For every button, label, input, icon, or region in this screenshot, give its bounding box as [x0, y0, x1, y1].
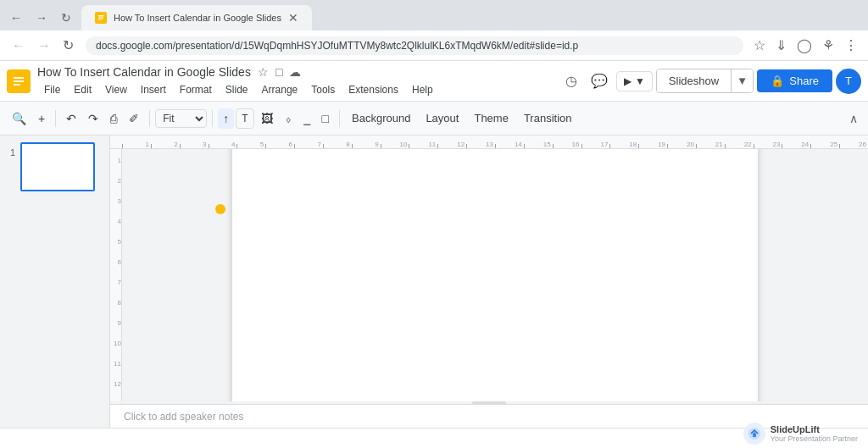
- app-title: How To Insert Calendar in Google Slides: [37, 65, 251, 79]
- nav-forward-button[interactable]: →: [32, 35, 56, 57]
- url-input[interactable]: [86, 36, 743, 55]
- ruler-v-mark: 9: [118, 313, 121, 334]
- ruler-mark: 8: [323, 141, 352, 148]
- separator-4: [339, 110, 340, 127]
- ruler-v-mark: 7: [118, 273, 121, 293]
- video-button[interactable]: ▶ ▼: [616, 71, 653, 91]
- nav-back-button[interactable]: ←: [7, 35, 31, 57]
- slideshow-main-button[interactable]: Slideshow: [657, 69, 731, 92]
- back-button[interactable]: ←: [7, 8, 25, 28]
- tab-close-button[interactable]: ✕: [288, 11, 298, 25]
- paint-format-button[interactable]: ✐: [124, 108, 144, 129]
- menu-insert[interactable]: Insert: [134, 80, 173, 99]
- ruler-mark: 22: [725, 141, 754, 148]
- ruler-mark: 25: [810, 141, 839, 148]
- slides-panel: 1: [0, 136, 110, 428]
- ruler-mark: 13: [466, 141, 495, 148]
- address-bar: ← → ↻ ☆ ⇓ ◯ ⚘ ⋮: [0, 30, 868, 61]
- image-button[interactable]: 🖼: [256, 108, 278, 129]
- ruler-mark: 17: [581, 141, 610, 148]
- forward-button[interactable]: →: [32, 8, 51, 28]
- cursor-tool-button[interactable]: ↑: [218, 108, 234, 129]
- watermark-logo: [743, 423, 765, 445]
- share-button[interactable]: 🔒 Share: [757, 69, 832, 92]
- ruler-mark: 12: [437, 141, 466, 148]
- slide-canvas[interactable]: [232, 149, 758, 401]
- shapes-button[interactable]: ⬨: [280, 108, 297, 129]
- ruler-mark: 1: [122, 141, 151, 148]
- slideshow-dropdown-button[interactable]: ▼: [731, 69, 753, 92]
- ruler-v-mark: 5: [118, 232, 121, 252]
- shapes-gallery-button[interactable]: □: [317, 108, 334, 129]
- ruler-v-mark: 2: [118, 171, 121, 191]
- ruler-mark: 5: [236, 141, 265, 148]
- ruler-v-mark: 12: [114, 374, 121, 395]
- menu-file[interactable]: File: [37, 80, 67, 99]
- editor-body: 1 2 3 4 5 6 7 8 9 10 11 12 13 14: [110, 149, 868, 401]
- separator-2: [149, 110, 150, 127]
- toolbar-end: ∧: [846, 108, 861, 129]
- slide-thumbnail-row-1: 1: [3, 142, 106, 191]
- nav-refresh-button[interactable]: ↻: [58, 34, 79, 57]
- profile-button[interactable]: ◯: [793, 34, 815, 57]
- user-avatar[interactable]: T: [836, 69, 861, 94]
- svg-rect-2: [98, 18, 103, 19]
- extensions-button[interactable]: ⚘: [819, 34, 837, 57]
- redo-button[interactable]: ↷: [83, 108, 103, 129]
- star-button[interactable]: ☆: [256, 64, 270, 80]
- transition-button[interactable]: Transition: [517, 108, 579, 128]
- toolbar: 🔍 + ↶ ↷ ⎙ ✐ Fit 50% 75% 100% 150% ↑ T 🖼 …: [0, 102, 868, 136]
- menu-arrange[interactable]: Arrange: [255, 80, 305, 99]
- text-box-button[interactable]: T: [236, 108, 253, 129]
- undo-button[interactable]: ↶: [61, 108, 81, 129]
- menu-slide[interactable]: Slide: [219, 80, 255, 99]
- theme-button[interactable]: Theme: [467, 108, 515, 128]
- video-dropdown-icon: ▼: [635, 75, 645, 87]
- refresh-button[interactable]: ↻: [58, 8, 75, 28]
- ruler-vertical: 1 2 3 4 5 6 7 8 9 10 11 12 13 14: [110, 149, 122, 401]
- layout-button[interactable]: Layout: [419, 108, 465, 128]
- ruler-v-mark: 13: [114, 395, 121, 401]
- notes-placeholder: Click to add speaker notes: [124, 411, 243, 423]
- menu-help[interactable]: Help: [405, 80, 440, 99]
- slideshow-button-group: Slideshow ▼: [656, 69, 754, 93]
- bookmark-button[interactable]: ☆: [750, 34, 769, 57]
- add-to-drive-button[interactable]: □: [274, 64, 284, 80]
- print-button[interactable]: ⎙: [105, 108, 122, 129]
- zoom-select[interactable]: Fit 50% 75% 100% 150%: [155, 109, 207, 128]
- menu-button[interactable]: ⋮: [841, 34, 861, 57]
- ruler-mark: 4: [209, 141, 237, 148]
- user-initial: T: [845, 75, 852, 87]
- tab-favicon: [95, 12, 107, 24]
- background-button[interactable]: Background: [345, 108, 417, 128]
- video-icon: ▶: [624, 75, 632, 87]
- cloud-status-button[interactable]: ☁: [287, 64, 303, 80]
- status-bar: SlideUpLift Your Presentation Partner: [0, 428, 868, 448]
- ruler-mark: 18: [609, 141, 638, 148]
- tab-bar: ← → ↻ How To Insert Calendar in Google S…: [0, 0, 868, 30]
- menu-view[interactable]: View: [98, 80, 134, 99]
- svg-rect-3: [98, 19, 102, 20]
- menu-extensions[interactable]: Extensions: [342, 80, 405, 99]
- menu-edit[interactable]: Edit: [67, 80, 98, 99]
- ruler-v-mark: 3: [118, 191, 121, 212]
- line-button[interactable]: ⎯: [298, 108, 315, 129]
- search-button[interactable]: 🔍: [7, 108, 31, 129]
- editor-area: 1 2 3 4 5 6 7 8 9 10 11 12 13 14 15 16 1: [110, 136, 868, 428]
- nav-buttons: ← → ↻: [7, 34, 79, 57]
- canvas-area[interactable]: [122, 149, 868, 401]
- history-button[interactable]: ◷: [560, 68, 582, 94]
- zoom-in-button[interactable]: +: [33, 108, 50, 129]
- ruler-mark: 19: [638, 141, 667, 148]
- comment-button[interactable]: 💬: [586, 68, 613, 94]
- ruler-mark: 16: [553, 141, 581, 148]
- active-tab[interactable]: How To Insert Calendar in Google Slides …: [81, 5, 312, 30]
- ruler-horizontal: 1 2 3 4 5 6 7 8 9 10 11 12 13 14 15 16 1: [110, 136, 868, 149]
- menu-format[interactable]: Format: [173, 80, 219, 99]
- download-button[interactable]: ⇓: [772, 34, 790, 57]
- svg-rect-5: [14, 77, 24, 79]
- slide-thumbnail-1[interactable]: [20, 142, 95, 191]
- notes-drag-handle[interactable]: [472, 401, 506, 404]
- collapse-toolbar-button[interactable]: ∧: [846, 108, 861, 129]
- menu-tools[interactable]: Tools: [304, 80, 342, 99]
